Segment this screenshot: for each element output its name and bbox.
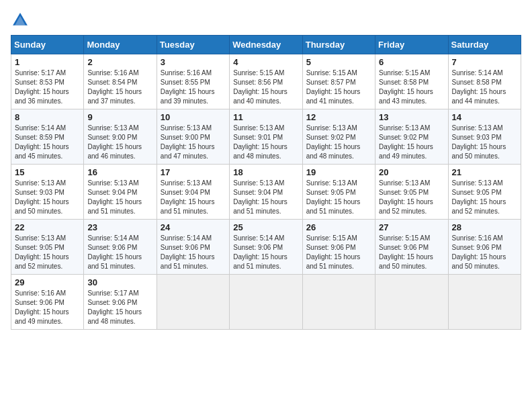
day-cell: 15 Sunrise: 5:13 AMSunset: 9:03 PMDaylig… <box>11 165 84 220</box>
day-number: 29 <box>15 277 80 287</box>
day-cell: 12 Sunrise: 5:13 AMSunset: 9:02 PMDaylig… <box>302 109 375 165</box>
day-cell: 17 Sunrise: 5:13 AMSunset: 9:04 PMDaylig… <box>157 165 229 220</box>
day-info: Sunrise: 5:14 AMSunset: 9:06 PMDaylight:… <box>87 234 152 271</box>
day-number: 23 <box>87 222 152 232</box>
day-info: Sunrise: 5:14 AMSunset: 9:06 PMDaylight:… <box>161 234 226 271</box>
day-info: Sunrise: 5:13 AMSunset: 9:02 PMDaylight:… <box>379 124 444 161</box>
day-info: Sunrise: 5:15 AMSunset: 8:56 PMDaylight:… <box>233 68 298 106</box>
day-cell: 21 Sunrise: 5:13 AMSunset: 9:05 PMDaylig… <box>448 165 521 220</box>
day-info: Sunrise: 5:15 AMSunset: 8:58 PMDaylight:… <box>379 68 444 106</box>
day-number: 27 <box>379 222 444 232</box>
logo <box>11 11 32 30</box>
day-number: 1 <box>15 57 80 67</box>
day-cell: 20 Sunrise: 5:13 AMSunset: 9:05 PMDaylig… <box>375 165 448 220</box>
day-cell: 2 Sunrise: 5:16 AMSunset: 8:54 PMDayligh… <box>84 54 157 109</box>
day-info: Sunrise: 5:13 AMSunset: 9:05 PMDaylight:… <box>306 179 371 216</box>
day-number: 4 <box>233 57 298 67</box>
day-cell: 7 Sunrise: 5:14 AMSunset: 8:58 PMDayligh… <box>448 54 521 109</box>
week-row-4: 22 Sunrise: 5:13 AMSunset: 9:05 PMDaylig… <box>11 220 521 275</box>
day-cell <box>302 275 375 330</box>
day-info: Sunrise: 5:17 AMSunset: 9:06 PMDaylight:… <box>87 289 152 326</box>
day-cell: 27 Sunrise: 5:15 AMSunset: 9:06 PMDaylig… <box>375 220 448 275</box>
day-info: Sunrise: 5:14 AMSunset: 8:58 PMDaylight:… <box>452 68 517 106</box>
day-number: 24 <box>161 222 226 232</box>
header-cell-monday: Monday <box>84 36 157 54</box>
day-cell: 1 Sunrise: 5:17 AMSunset: 8:53 PMDayligh… <box>11 54 84 109</box>
week-row-2: 8 Sunrise: 5:14 AMSunset: 8:59 PMDayligh… <box>11 109 521 165</box>
header-row: SundayMondayTuesdayWednesdayThursdayFrid… <box>11 36 521 54</box>
day-number: 20 <box>379 167 444 177</box>
header-cell-sunday: Sunday <box>11 36 84 54</box>
calendar-table: SundayMondayTuesdayWednesdayThursdayFrid… <box>11 35 521 330</box>
day-info: Sunrise: 5:13 AMSunset: 9:04 PMDaylight:… <box>87 179 152 216</box>
day-info: Sunrise: 5:16 AMSunset: 9:06 PMDaylight:… <box>452 234 517 271</box>
day-number: 8 <box>15 112 80 122</box>
day-cell: 4 Sunrise: 5:15 AMSunset: 8:56 PMDayligh… <box>230 54 302 109</box>
header-cell-friday: Friday <box>375 36 448 54</box>
day-info: Sunrise: 5:13 AMSunset: 9:04 PMDaylight:… <box>161 179 226 216</box>
day-info: Sunrise: 5:13 AMSunset: 9:03 PMDaylight:… <box>452 124 517 161</box>
logo-icon <box>11 11 30 30</box>
day-number: 6 <box>379 57 444 67</box>
day-number: 28 <box>452 222 517 232</box>
day-number: 2 <box>87 57 152 67</box>
day-number: 26 <box>306 222 371 232</box>
day-cell: 29 Sunrise: 5:16 AMSunset: 9:06 PMDaylig… <box>11 275 84 330</box>
day-number: 13 <box>379 112 444 122</box>
day-info: Sunrise: 5:16 AMSunset: 8:55 PMDaylight:… <box>161 68 226 106</box>
day-cell: 10 Sunrise: 5:13 AMSunset: 9:00 PMDaylig… <box>157 109 229 165</box>
day-cell <box>375 275 448 330</box>
day-info: Sunrise: 5:13 AMSunset: 9:05 PMDaylight:… <box>379 179 444 216</box>
day-info: Sunrise: 5:13 AMSunset: 9:01 PMDaylight:… <box>233 124 298 161</box>
day-number: 3 <box>161 57 226 67</box>
header-cell-thursday: Thursday <box>302 36 375 54</box>
day-info: Sunrise: 5:15 AMSunset: 9:06 PMDaylight:… <box>379 234 444 271</box>
day-cell <box>448 275 521 330</box>
day-number: 5 <box>306 57 371 67</box>
day-info: Sunrise: 5:13 AMSunset: 9:03 PMDaylight:… <box>15 179 80 216</box>
day-cell: 3 Sunrise: 5:16 AMSunset: 8:55 PMDayligh… <box>157 54 229 109</box>
day-number: 22 <box>15 222 80 232</box>
day-number: 7 <box>452 57 517 67</box>
day-number: 9 <box>87 112 152 122</box>
week-row-3: 15 Sunrise: 5:13 AMSunset: 9:03 PMDaylig… <box>11 165 521 220</box>
day-number: 10 <box>161 112 226 122</box>
day-info: Sunrise: 5:13 AMSunset: 9:00 PMDaylight:… <box>87 124 152 161</box>
day-cell: 5 Sunrise: 5:15 AMSunset: 8:57 PMDayligh… <box>302 54 375 109</box>
day-info: Sunrise: 5:15 AMSunset: 9:06 PMDaylight:… <box>306 234 371 271</box>
day-cell: 28 Sunrise: 5:16 AMSunset: 9:06 PMDaylig… <box>448 220 521 275</box>
calendar-header: SundayMondayTuesdayWednesdayThursdayFrid… <box>11 36 521 54</box>
day-info: Sunrise: 5:13 AMSunset: 9:02 PMDaylight:… <box>306 124 371 161</box>
day-info: Sunrise: 5:14 AMSunset: 8:59 PMDaylight:… <box>15 124 80 161</box>
day-info: Sunrise: 5:16 AMSunset: 8:54 PMDaylight:… <box>87 68 152 106</box>
day-cell: 8 Sunrise: 5:14 AMSunset: 8:59 PMDayligh… <box>11 109 84 165</box>
header-cell-wednesday: Wednesday <box>230 36 302 54</box>
day-cell: 14 Sunrise: 5:13 AMSunset: 9:03 PMDaylig… <box>448 109 521 165</box>
day-number: 15 <box>15 167 80 177</box>
day-cell <box>157 275 229 330</box>
day-cell: 18 Sunrise: 5:13 AMSunset: 9:04 PMDaylig… <box>230 165 302 220</box>
header-cell-saturday: Saturday <box>448 36 521 54</box>
day-info: Sunrise: 5:15 AMSunset: 8:57 PMDaylight:… <box>306 68 371 106</box>
day-number: 12 <box>306 112 371 122</box>
day-number: 19 <box>306 167 371 177</box>
day-number: 21 <box>452 167 517 177</box>
day-number: 14 <box>452 112 517 122</box>
day-info: Sunrise: 5:14 AMSunset: 9:06 PMDaylight:… <box>233 234 298 271</box>
day-number: 16 <box>87 167 152 177</box>
day-info: Sunrise: 5:13 AMSunset: 9:05 PMDaylight:… <box>452 179 517 216</box>
day-cell: 19 Sunrise: 5:13 AMSunset: 9:05 PMDaylig… <box>302 165 375 220</box>
day-cell: 6 Sunrise: 5:15 AMSunset: 8:58 PMDayligh… <box>375 54 448 109</box>
week-row-1: 1 Sunrise: 5:17 AMSunset: 8:53 PMDayligh… <box>11 54 521 109</box>
day-cell: 9 Sunrise: 5:13 AMSunset: 9:00 PMDayligh… <box>84 109 157 165</box>
day-cell: 30 Sunrise: 5:17 AMSunset: 9:06 PMDaylig… <box>84 275 157 330</box>
day-cell: 23 Sunrise: 5:14 AMSunset: 9:06 PMDaylig… <box>84 220 157 275</box>
day-info: Sunrise: 5:13 AMSunset: 9:00 PMDaylight:… <box>161 124 226 161</box>
day-cell: 24 Sunrise: 5:14 AMSunset: 9:06 PMDaylig… <box>157 220 229 275</box>
day-number: 25 <box>233 222 298 232</box>
day-cell <box>230 275 302 330</box>
day-cell: 13 Sunrise: 5:13 AMSunset: 9:02 PMDaylig… <box>375 109 448 165</box>
day-info: Sunrise: 5:17 AMSunset: 8:53 PMDaylight:… <box>15 68 80 106</box>
day-info: Sunrise: 5:13 AMSunset: 9:04 PMDaylight:… <box>233 179 298 216</box>
calendar-body: 1 Sunrise: 5:17 AMSunset: 8:53 PMDayligh… <box>11 54 521 330</box>
